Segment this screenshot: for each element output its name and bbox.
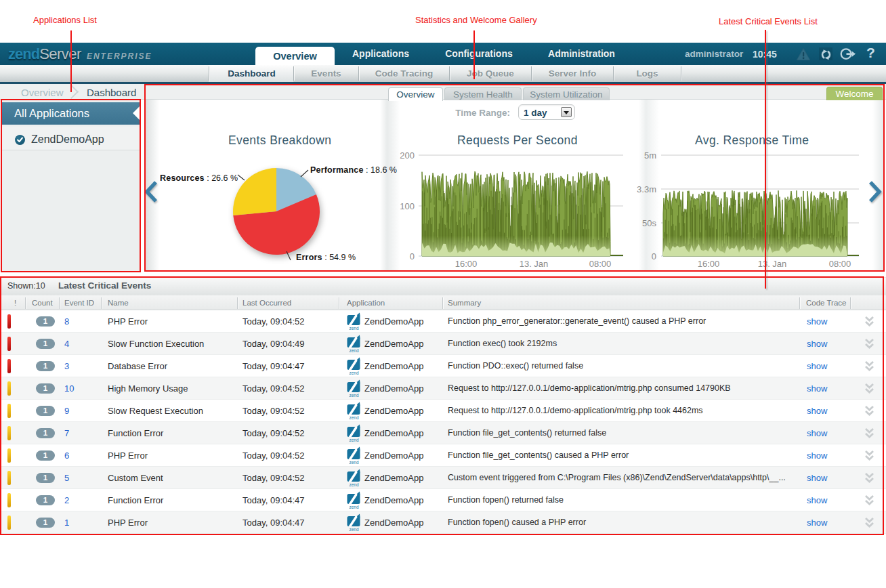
svg-text:08:00: 08:00 <box>589 259 612 269</box>
svg-text:zend: zend <box>349 505 358 509</box>
svg-text:zend: zend <box>349 393 358 398</box>
svg-text:zend: zend <box>349 460 358 465</box>
svg-text:16:00: 16:00 <box>698 259 720 269</box>
svg-text:16:00: 16:00 <box>455 259 478 269</box>
svg-text:50s: 50s <box>642 218 656 228</box>
svg-text:200: 200 <box>400 150 415 161</box>
svg-text:13. Jan: 13. Jan <box>758 259 787 269</box>
svg-text:0: 0 <box>652 251 656 261</box>
svg-text:zend: zend <box>349 482 358 487</box>
svg-text:zend: zend <box>349 348 358 353</box>
svg-text:zend: zend <box>349 438 358 442</box>
svg-text:08:00: 08:00 <box>829 259 851 269</box>
svg-text:5m: 5m <box>644 150 656 161</box>
svg-text:zend: zend <box>349 371 358 375</box>
svg-text:zend: zend <box>349 527 358 532</box>
svg-text:13. Jan: 13. Jan <box>520 259 549 269</box>
svg-text:zend: zend <box>349 326 358 331</box>
svg-text:3.3m: 3.3m <box>637 184 656 194</box>
svg-text:100: 100 <box>400 201 415 211</box>
svg-text:0: 0 <box>410 251 415 261</box>
svg-text:zend: zend <box>349 415 358 420</box>
